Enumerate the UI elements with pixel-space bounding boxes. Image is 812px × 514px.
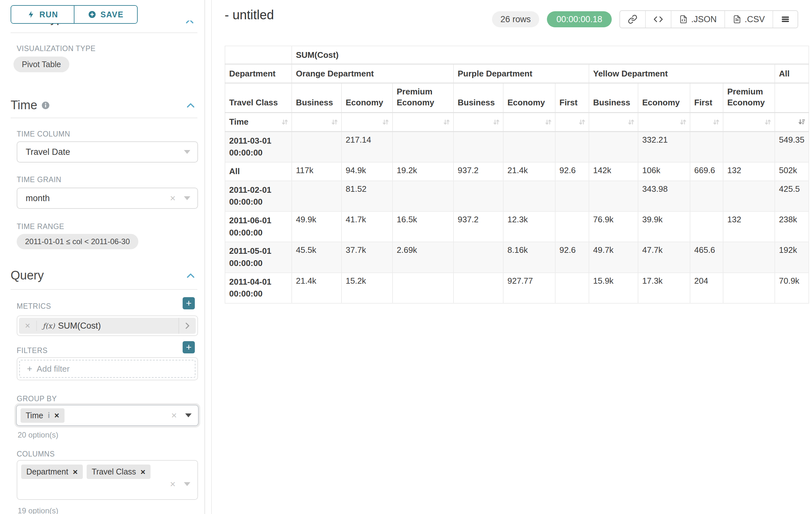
sort-icon[interactable] [679,118,687,126]
pivot-table-container: SUM(Cost)DepartmentOrange DepartmentPurp… [225,46,809,304]
expand-metric-icon[interactable] [178,318,196,334]
remove-tag-icon[interactable]: × [73,468,78,476]
chevron-down-icon [184,150,190,154]
pivot-class-header: Economy [503,83,555,113]
pivot-value-cell: 70.9k [775,273,809,303]
remove-tag-icon[interactable]: × [54,411,59,420]
time-column-select[interactable]: Travel Date [17,141,198,163]
pivot-value-cell [454,131,503,162]
columns-tag[interactable]: Department × [21,464,83,479]
columns-tag[interactable]: Travel Class × [87,464,150,479]
metric-pill[interactable]: × ƒ(x) SUM(Cost) [19,318,196,334]
pivot-value-cell: 2.69k [393,242,454,272]
pivot-corner-cell [225,46,292,64]
sort-icon[interactable] [382,118,389,126]
pivot-value-cell: 192k [775,242,809,272]
pivot-sort-cell[interactable] [589,112,638,131]
table-row: 2011-03-0100:00:00217.14332.21549.35 [225,131,809,162]
pivot-value-cell: 41.7k [342,211,393,242]
remove-metric-icon[interactable]: × [19,321,37,331]
visualization-type-label: VISUALIZATION TYPE [17,44,96,53]
visualization-type-value: Pivot Table [22,60,61,69]
pivot-value-cell [454,273,503,303]
sort-icon[interactable] [544,118,552,126]
pivot-sort-cell[interactable] [775,112,809,131]
group-by-tag[interactable]: Time i × [21,408,64,423]
clear-icon[interactable]: × [170,479,176,489]
add-filter-plus-button[interactable]: + [183,341,195,353]
pivot-class-header: Business [454,83,503,113]
pivot-value-cell: 238k [775,211,809,242]
pivot-value-cell [393,131,454,162]
time-range-pill[interactable]: 2011-01-01 ≤ col < 2011-06-30 [17,234,138,249]
pivot-sort-cell[interactable] [393,112,454,131]
remove-tag-icon[interactable]: × [141,468,145,476]
collapse-section-icon[interactable] [186,103,195,108]
pivot-value-cell [723,131,775,162]
sort-icon[interactable] [492,118,500,126]
sort-icon[interactable] [281,118,289,126]
time-section-header: Time [10,98,195,112]
share-link-button[interactable] [620,11,646,28]
row-time-header: 2011-02-0100:00:00 [225,181,292,211]
chart-panel: - untitled 26 rows 00:00:00.18 .JSON .CS… [212,0,812,514]
sort-icon[interactable] [330,118,339,126]
export-csv-button[interactable]: .CSV [725,11,773,28]
sort-icon[interactable] [578,118,586,126]
visualization-type-pill[interactable]: Pivot Table [13,57,69,72]
columns-select[interactable]: Department × Travel Class × × [17,460,198,500]
pivot-department-header: Department [225,64,292,83]
collapse-section-icon[interactable] [186,273,195,278]
pivot-value-cell [555,273,589,303]
pivot-time-sort-header[interactable]: Time [225,112,292,131]
pivot-sort-cell[interactable] [503,112,555,131]
clear-icon[interactable]: × [171,410,177,420]
time-column-label: TIME COLUMN [17,130,70,138]
pivot-class-header: First [555,83,589,113]
pivot-value-cell: 937.2 [454,162,503,181]
group-by-select[interactable]: Time i × × [16,405,199,426]
pivot-sort-cell[interactable] [690,112,723,131]
table-row: 2011-02-0100:00:0081.52343.98425.5 [225,181,809,211]
pivot-value-cell: 21.4k [292,273,342,303]
panel-resize-gutter[interactable] [205,0,212,514]
add-filter-button[interactable]: + Add filter [19,360,196,378]
table-row: 2011-05-0100:00:0045.5k37.7k2.69k8.16k92… [225,242,809,272]
sort-icon[interactable] [712,118,720,126]
sort-icon[interactable] [443,118,451,126]
pivot-sort-cell[interactable] [292,112,342,131]
pivot-value-cell: 465.6 [690,242,723,272]
time-column-value: Travel Date [26,147,70,157]
filters-label: FILTERS [17,346,48,355]
row-time-header: 2011-05-0100:00:00 [225,242,292,272]
pivot-sort-cell[interactable] [454,112,503,131]
sort-icon[interactable] [627,118,635,126]
pivot-value-cell: 76.9k [589,211,638,242]
chart-menu-button[interactable] [773,11,798,28]
control-panel: Chart Type RUN SAVE VISUALIZATION TYPE P… [0,0,205,514]
columns-options-count: 19 option(s) [18,506,58,514]
pivot-sort-cell[interactable] [342,112,393,131]
pivot-value-cell [555,131,589,162]
pivot-sort-cell[interactable] [723,112,775,131]
run-button[interactable]: RUN [11,6,75,23]
metrics-control: × ƒ(x) SUM(Cost) [17,316,198,336]
clear-icon[interactable]: × [170,193,176,203]
view-query-button[interactable] [646,11,671,28]
pivot-value-cell: 49.9k [292,211,342,242]
sort-icon[interactable] [764,118,772,126]
metric-value: SUM(Cost) [58,321,101,331]
time-range-value: 2011-01-01 ≤ col < 2011-06-30 [25,237,130,246]
save-button[interactable]: SAVE [75,6,137,23]
time-section-title: Time [10,98,37,112]
chevron-down-icon [184,482,190,486]
time-grain-select[interactable]: month × [17,188,198,209]
pivot-sort-cell[interactable] [638,112,690,131]
pivot-value-cell [555,181,589,211]
add-metric-button[interactable]: + [183,297,195,309]
export-json-button[interactable]: .JSON [671,11,725,28]
sort-desc-icon[interactable] [798,118,806,126]
group-by-tag-label: Time [26,411,43,420]
pivot-travel-class-header: Travel Class [225,83,292,113]
pivot-sort-cell[interactable] [555,112,589,131]
